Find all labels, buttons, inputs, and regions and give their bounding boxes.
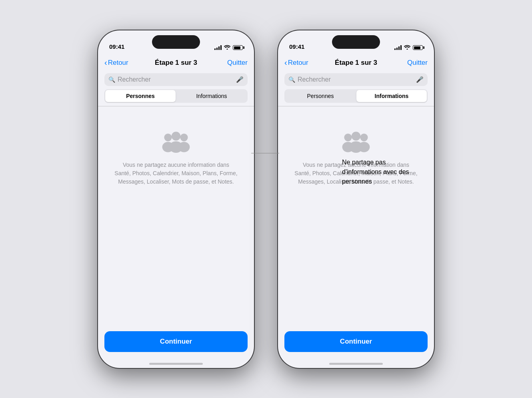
svg-point-6 <box>344 134 352 141</box>
segment-control-right: Personnes Informations <box>284 89 428 103</box>
nav-title-right: Étape 1 sur 3 <box>335 59 377 67</box>
phones-container: 09:41 <box>98 30 434 368</box>
battery-icon-right <box>413 45 423 50</box>
wifi-icon-right <box>404 45 410 51</box>
svg-point-10 <box>352 132 360 140</box>
svg-point-11 <box>349 141 363 153</box>
empty-text-left: Vous ne partagez aucune information dans… <box>114 161 238 186</box>
status-time-right: 09:41 <box>289 43 304 51</box>
search-icon-right: 🔍 <box>288 76 295 83</box>
screen-left: ‹ Retour Étape 1 sur 3 Quitter 🔍 Recherc… <box>98 54 254 368</box>
svg-point-2 <box>180 134 188 141</box>
mic-icon-left: 🎤 <box>236 76 244 83</box>
search-bar-right[interactable]: 🔍 Rechercher 🎤 <box>284 73 428 86</box>
search-icon-left: 🔍 <box>108 76 115 83</box>
people-icon-left <box>160 130 192 153</box>
chevron-right-icon: ‹ <box>284 58 287 66</box>
nav-title-left: Étape 1 sur 3 <box>155 59 197 67</box>
search-input-left[interactable]: Rechercher <box>118 76 234 83</box>
back-button-left[interactable]: ‹ Retour <box>104 59 128 67</box>
signal-icon-left <box>214 45 222 50</box>
wifi-icon-left <box>224 45 230 51</box>
continue-button-right[interactable]: Continuer <box>284 331 428 352</box>
segment-control-left: Personnes Informations <box>104 89 248 103</box>
annotation: Ne partage pas d'informations avec des p… <box>342 158 422 186</box>
people-icon-right <box>340 130 372 153</box>
back-button-right[interactable]: ‹ Retour <box>284 59 308 67</box>
back-label-left: Retour <box>108 59 128 67</box>
screen-right: ‹ Retour Étape 1 sur 3 Quitter 🔍 Recherc… <box>278 54 434 368</box>
segment-personnes-left[interactable]: Personnes <box>105 90 176 102</box>
svg-point-8 <box>360 134 368 141</box>
status-icons-left <box>214 45 243 51</box>
svg-point-5 <box>169 141 183 153</box>
signal-icon-right <box>394 45 402 50</box>
quit-button-right[interactable]: Quitter <box>407 59 428 67</box>
search-bar-left[interactable]: 🔍 Rechercher 🎤 <box>104 73 248 86</box>
chevron-left-icon: ‹ <box>104 58 107 66</box>
home-indicator-right <box>329 363 383 365</box>
left-iphone: 09:41 <box>98 30 254 368</box>
mic-icon-right: 🎤 <box>416 76 424 83</box>
segment-informations-right[interactable]: Informations <box>356 90 427 102</box>
back-label-right: Retour <box>288 59 308 67</box>
nav-bar-left: ‹ Retour Étape 1 sur 3 Quitter <box>98 54 254 70</box>
dynamic-island-right <box>332 35 380 49</box>
segment-personnes-right[interactable]: Personnes <box>285 90 356 102</box>
dynamic-island-left <box>152 35 200 49</box>
search-input-right[interactable]: Rechercher <box>298 76 414 83</box>
svg-point-0 <box>164 134 172 141</box>
nav-bar-right: ‹ Retour Étape 1 sur 3 Quitter <box>278 54 434 70</box>
quit-button-left[interactable]: Quitter <box>227 59 248 67</box>
status-time-left: 09:41 <box>109 43 124 51</box>
svg-point-4 <box>172 132 180 140</box>
empty-state-left: Vous ne partagez aucune information dans… <box>98 106 254 194</box>
home-indicator-left <box>149 363 203 365</box>
continue-button-left[interactable]: Continuer <box>104 331 248 352</box>
segment-informations-left[interactable]: Informations <box>176 90 247 102</box>
battery-icon-left <box>233 45 243 50</box>
right-iphone: 09:41 <box>278 30 434 368</box>
status-icons-right <box>394 45 423 51</box>
